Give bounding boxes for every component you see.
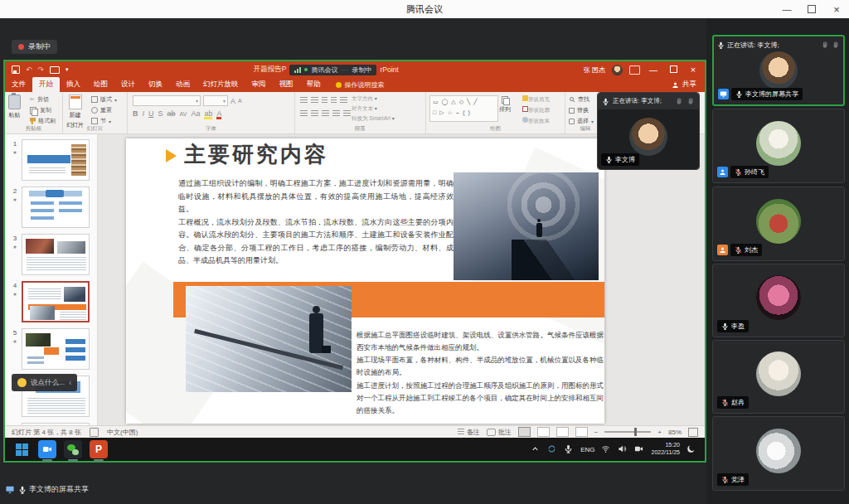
zoom-slider-thumb[interactable] [634,428,637,436]
tab-help[interactable]: 帮助 [300,77,327,92]
minimize-icon[interactable]: — [774,0,799,18]
ribbon-display-options-icon[interactable] [629,65,640,75]
text-shadow-button[interactable]: S [158,109,163,118]
ppt-minimize-icon[interactable]: — [647,65,660,75]
reset-button[interactable]: 重置 [91,106,117,114]
font-name-select[interactable]: ▾ [133,95,201,106]
font-size-select[interactable]: ▾ [203,95,228,106]
indent-increase-icon[interactable] [331,97,337,103]
tell-me-search[interactable]: 操作说明搜索 [336,80,385,92]
indent-decrease-icon[interactable] [322,97,327,103]
format-painter-button[interactable]: 格式刷 [30,117,56,125]
maximize-icon[interactable] [799,0,824,18]
tab-draw[interactable]: 绘图 [87,77,114,92]
close-icon[interactable]: × [824,0,849,18]
thumbnail-item-2[interactable]: 2★ [8,187,97,228]
taskbar-clock[interactable]: 15:20 2022/11/25 [651,442,680,457]
smartart-button[interactable]: 转换为 SmartArt ▾ [352,115,395,123]
emoji-icon[interactable] [17,378,27,387]
meeting-floating-bar[interactable]: 腾讯会议 ⋯ 录制中 [289,65,376,75]
copy-button[interactable]: 复制 [30,106,56,114]
shape-outline-button[interactable]: 形状轮廓 [522,106,550,114]
replace-button[interactable]: 替换 [569,106,594,114]
line-spacing-icon[interactable] [340,97,347,103]
new-slide-button[interactable]: 新建 幻灯片 [66,94,84,129]
tab-home[interactable]: 开始 [32,77,60,92]
hand-icon[interactable] [821,41,829,49]
decrease-font-icon[interactable]: A [238,98,242,104]
font-color-button[interactable]: A [216,109,221,118]
hand-icon[interactable] [686,97,695,105]
chat-placeholder[interactable]: 说点什么... [31,378,65,388]
slide-canvas[interactable]: 主要研究内容 通过施工组织设计的编制，明确工程施工方案，施工进度计划和资源需用量… [126,138,604,424]
tray-mic-icon[interactable] [564,444,574,454]
paste-button[interactable]: 粘贴 [8,94,21,119]
chat-quick-input[interactable]: 说点什么... ‹ [12,374,77,391]
cut-button[interactable]: ✂剪切 [30,95,56,104]
increase-font-icon[interactable]: A [230,97,235,105]
tray-camera-icon[interactable] [634,444,644,454]
tab-slideshow[interactable]: 幻灯片放映 [196,77,245,92]
participant-tile-active-speaker[interactable]: 正在讲话: 李文博; 李文博的屏幕共享 [712,35,845,106]
thumbnail-item-4[interactable]: 4★ [8,281,97,322]
highlight-color-button[interactable]: ab [204,109,212,118]
taskbar-wechat-app[interactable] [64,440,82,458]
thumbnail-item-3[interactable]: 3★ [8,234,97,275]
notes-button[interactable]: 备注 [458,428,480,437]
align-text-button[interactable]: 对齐文本 ▾ [352,105,395,113]
floating-speaker-window[interactable]: 正在讲话: 李文博; 李文博 [597,92,700,170]
tab-design[interactable]: 设计 [114,77,142,92]
accessibility-icon[interactable] [90,428,99,437]
slide-1-thumb[interactable] [22,139,90,181]
justify-icon[interactable] [332,110,340,116]
tab-review[interactable]: 审阅 [245,77,273,92]
char-spacing-button[interactable]: AV [180,111,187,117]
collapse-chevron-icon[interactable]: ‹ [69,378,71,387]
bold-button[interactable]: B [133,109,138,118]
slide-3-thumb[interactable] [22,234,90,275]
slideshow-view-button[interactable] [575,427,588,437]
select-button[interactable]: 选择▾ [569,117,594,125]
tab-file[interactable]: 文件 [5,77,32,92]
slideshow-icon[interactable] [50,66,60,74]
zoom-slider[interactable] [604,431,651,433]
zoom-percent[interactable]: 85% [668,429,682,436]
sync-icon[interactable] [547,444,557,454]
wifi-icon[interactable] [601,444,611,454]
comments-button[interactable]: 批注 [487,428,512,437]
italic-button[interactable]: I [143,109,145,118]
hand-icon[interactable] [675,97,683,105]
ppt-close-icon[interactable]: × [686,65,700,75]
normal-view-button[interactable] [518,427,531,437]
slide-sorter-view-button[interactable] [537,427,550,437]
start-button[interactable] [12,440,31,458]
focus-assist-moon-icon[interactable] [686,444,696,454]
align-right-icon[interactable] [322,110,329,116]
slide-5-thumb[interactable] [22,328,90,370]
hand-icon[interactable] [832,41,840,49]
layout-button[interactable]: 版式▾ [91,95,117,104]
arrange-button[interactable]: 排列 [499,96,511,114]
shape-fill-button[interactable]: 形状填充 [522,95,550,104]
account-name[interactable]: 张 国杰 [584,65,605,75]
underline-button[interactable]: U [148,109,154,118]
numbering-icon[interactable] [311,97,318,103]
speaker-icon[interactable] [618,444,628,454]
section-button[interactable]: 节▾ [91,117,117,125]
participant-tile[interactable]: 孙绮飞 [712,109,845,183]
find-button[interactable]: 查找 [569,95,594,104]
fit-to-window-icon[interactable] [688,428,698,437]
thumbnail-item-5[interactable]: 5★ [8,328,97,370]
participant-tile[interactable]: 赵冉 [712,340,845,414]
tab-animations[interactable]: 动画 [169,77,196,92]
change-case-button[interactable]: Aa [191,109,200,118]
undo-icon[interactable]: ↶ [26,65,32,74]
tray-chevron-up-icon[interactable] [531,444,541,454]
redo-icon[interactable]: ↷ [38,65,45,74]
participant-tile[interactable]: 李盈 [712,264,845,337]
ppt-restore-icon[interactable] [667,65,680,75]
shape-effects-button[interactable]: 形状效果 [522,117,550,125]
strikethrough-button[interactable]: ab [167,109,176,118]
taskbar-powerpoint-app[interactable]: P [90,440,108,458]
tab-transitions[interactable]: 切换 [142,77,169,92]
